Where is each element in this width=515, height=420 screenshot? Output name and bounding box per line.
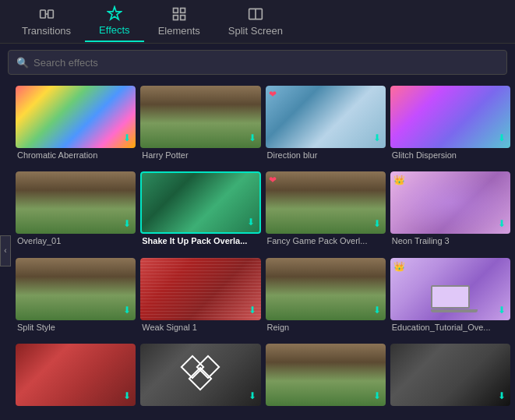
effect-label: Neon Trailing 3 [390,236,510,245]
effect-row4b[interactable]: ⬇ [140,344,260,415]
download-icon: ⬇ [373,390,381,401]
svg-rect-1 [48,10,53,18]
main-area: ‹ ⬇ Chromatic Aberration ⬇ Harry Potter … [0,81,515,420]
download-icon: ⬇ [498,132,506,143]
effect-split-style[interactable]: ⬇ Split Style [16,258,136,339]
search-icon: 🔍 [16,57,29,69]
effect-thumbnail: ⬇ [266,344,386,406]
effect-thumbnail: 👑 ⬇ [390,258,510,320]
svg-rect-5 [173,16,178,20]
effect-label: Overlay_01 [16,236,136,245]
nav-transitions[interactable]: Transitions [8,2,85,41]
download-icon: ⬇ [123,390,131,401]
crown-badge-icon: 👑 [393,261,405,272]
effect-thumbnail: ❤ ⬇ [266,86,386,148]
search-bar: 🔍 [8,50,507,75]
download-icon: ⬇ [373,132,381,143]
download-icon: ⬇ [373,218,381,229]
download-icon: ⬇ [247,217,255,228]
svg-rect-4 [180,9,185,13]
effect-neon-trailing[interactable]: 👑 ⬇ Neon Trailing 3 [390,171,510,252]
effect-thumbnail: ⬇ [390,86,510,148]
effect-thumbnail: ⬇ [266,258,386,320]
effect-shake-it-up[interactable]: ⬇ Shake It Up Pack Overla... [140,171,260,252]
download-icon: ⬇ [123,218,131,229]
nav-effects[interactable]: Effects [85,1,144,42]
effect-thumbnail: ⬇ [140,344,260,406]
effect-row4c[interactable]: ⬇ [266,344,386,415]
effect-row4d[interactable]: ⬇ [390,344,510,415]
effect-thumbnail: ⬇ [140,171,260,234]
effect-thumbnail: ⬇ [16,258,136,320]
effect-direction-blur[interactable]: ❤ ⬇ Direction blur [266,86,386,167]
effects-grid: ⬇ Chromatic Aberration ⬇ Harry Potter ❤ … [0,81,515,420]
effect-label: Split Style [16,323,136,332]
download-icon: ⬇ [249,390,256,401]
top-navigation: Transitions Effects Elements Split Scree… [0,0,515,44]
download-icon: ⬇ [123,305,131,316]
heart-badge-icon: ❤ [269,175,277,185]
download-icon: ⬇ [498,218,506,229]
effect-thumbnail: ⬇ [140,258,260,320]
effect-label: Weak Signal 1 [140,323,260,332]
search-input[interactable] [34,57,499,69]
heart-badge-icon: ❤ [269,89,277,100]
effect-label: Shake It Up Pack Overla... [140,236,260,245]
svg-rect-0 [40,10,45,18]
download-icon: ⬇ [249,305,256,316]
effect-education-tutorial[interactable]: 👑 ⬇ Education_Tutorial_Ove... [390,258,510,339]
effect-overlay-01[interactable]: ⬇ Overlay_01 [16,171,136,252]
nav-split-screen[interactable]: Split Screen [214,2,297,41]
effect-row4a[interactable]: ⬇ [16,344,136,415]
effect-chromatic-aberration[interactable]: ⬇ Chromatic Aberration [16,86,136,167]
download-icon: ⬇ [123,132,131,143]
effect-label: Chromatic Aberration [16,150,136,160]
crown-badge-icon: 👑 [393,175,405,185]
effect-thumbnail: ❤ ⬇ [266,171,386,234]
effect-thumbnail: ⬇ [140,86,260,148]
collapse-arrow[interactable]: ‹ [0,235,11,266]
effect-thumbnail: ⬇ [390,344,510,406]
effect-label: Direction blur [266,150,386,160]
diamond-pattern [140,344,260,406]
effect-thumbnail: 👑 ⬇ [390,171,510,234]
effect-thumbnail: ⬇ [16,344,136,406]
download-icon: ⬇ [373,305,381,316]
effect-label: Fancy Game Pack Overl... [266,236,386,245]
glitch-overlay [140,258,260,320]
svg-rect-3 [173,9,178,13]
effect-label: Glitch Dispersion [390,150,510,160]
download-icon: ⬇ [498,390,506,401]
effect-label: Education_Tutorial_Ove... [390,323,510,332]
laptop-graphic [431,285,470,312]
download-icon: ⬇ [249,132,256,143]
effect-label: Reign [266,323,386,332]
effect-glitch-dispersion[interactable]: ⬇ Glitch Dispersion [390,86,510,167]
effect-label: Harry Potter [140,150,260,160]
effect-fancy-game[interactable]: ❤ ⬇ Fancy Game Pack Overl... [266,171,386,252]
nav-elements[interactable]: Elements [144,2,214,41]
download-icon: ⬇ [498,305,506,316]
effect-thumbnail: ⬇ [16,86,136,148]
effect-harry-potter[interactable]: ⬇ Harry Potter [140,86,260,167]
svg-rect-6 [180,16,185,20]
effect-thumbnail: ⬇ [16,171,136,234]
effect-reign[interactable]: ⬇ Reign [266,258,386,339]
effect-weak-signal[interactable]: ⬇ Weak Signal 1 [140,258,260,339]
